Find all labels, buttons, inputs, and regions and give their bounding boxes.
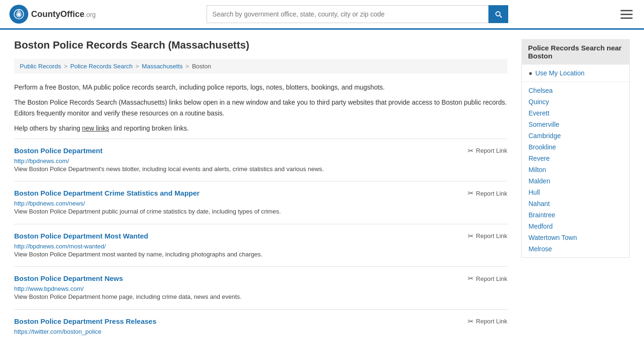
report-link-3[interactable]: ✖◯ Report Link <box>468 274 507 283</box>
result-entry: Boston Police Department Press Releases … <box>14 309 507 343</box>
nearby-city-link-12[interactable]: Medford <box>528 222 553 230</box>
search-button[interactable] <box>488 5 508 23</box>
result-title-2[interactable]: Boston Police Department Most Wanted <box>14 232 148 240</box>
nearby-city-link-3[interactable]: Somerville <box>528 121 559 128</box>
description-3: Help others by sharing new links and rep… <box>14 123 507 133</box>
logo-area: CountyOffice.org <box>9 5 96 24</box>
search-icon <box>494 10 503 18</box>
nearby-city-link-7[interactable]: Milton <box>528 166 546 173</box>
new-links-link[interactable]: new links <box>82 124 109 132</box>
menu-line <box>620 14 633 15</box>
nearby-city-link-0[interactable]: Chelsea <box>528 87 553 94</box>
result-entry: Boston Police Department Crime Statistic… <box>14 181 507 224</box>
report-label: Report Link <box>476 318 507 325</box>
nearby-city-link-9[interactable]: Hull <box>528 189 540 196</box>
sidebar-nearby-item: Braintree <box>522 209 629 221</box>
sidebar-nearby-item: Cambridge <box>522 130 629 141</box>
use-my-location-link[interactable]: Use My Location <box>535 69 584 77</box>
breadcrumb-sep: > <box>135 63 139 70</box>
result-entry: Boston Police Department News ✖◯ Report … <box>14 266 507 309</box>
report-label: Report Link <box>476 232 507 239</box>
sidebar-nearby-item: Hull <box>522 187 629 198</box>
result-url-3[interactable]: http://www.bpdnews.com/ <box>14 285 83 292</box>
sidebar-nearby-item: Quincy <box>522 96 629 107</box>
result-url-0[interactable]: http://bpdnews.com/ <box>14 157 69 165</box>
breadcrumb-current: Boston <box>192 63 211 70</box>
breadcrumb-sep: > <box>64 63 67 70</box>
nearby-city-link-10[interactable]: Nahant <box>528 200 550 207</box>
breadcrumb: Public Records > Police Records Search >… <box>14 59 507 74</box>
search-input[interactable] <box>206 5 488 23</box>
search-area <box>206 5 508 23</box>
sidebar-nearby-item: Milton <box>522 164 629 175</box>
main-container: Boston Police Records Search (Massachuse… <box>0 30 644 352</box>
report-link-4[interactable]: ✖◯ Report Link <box>468 317 507 326</box>
report-icon: ✖◯ <box>468 317 474 326</box>
nearby-city-link-13[interactable]: Watertown Town <box>528 234 577 241</box>
nearby-city-link-5[interactable]: Brookline <box>528 143 556 151</box>
result-url-4[interactable]: https://twitter.com/boston_police <box>14 328 101 335</box>
report-link-1[interactable]: ✖◯ Report Link <box>468 189 507 197</box>
logo-icon <box>9 5 28 24</box>
sidebar-nearby-item: Melrose <box>522 243 629 255</box>
svg-point-1 <box>17 13 20 16</box>
sidebar-header: Police Records Search near Boston <box>521 39 630 65</box>
result-title-3[interactable]: Boston Police Department News <box>14 274 123 282</box>
report-icon: ✖◯ <box>468 147 474 155</box>
nearby-city-link-14[interactable]: Melrose <box>528 245 552 253</box>
result-header: Boston Police Department Crime Statistic… <box>14 189 507 197</box>
sidebar-nearby-item: Somerville <box>522 119 629 130</box>
result-header: Boston Police Department Press Releases … <box>14 317 507 326</box>
nearby-city-link-4[interactable]: Cambridge <box>528 132 561 140</box>
breadcrumb-link-public-records[interactable]: Public Records <box>20 63 61 70</box>
use-my-location-row: ● Use My Location <box>522 65 629 82</box>
report-icon: ✖◯ <box>468 232 474 240</box>
result-desc-3: View Boston Police Department home page,… <box>14 292 507 302</box>
menu-line <box>620 17 633 19</box>
result-url-1[interactable]: http://bpdnews.com/news/ <box>14 200 85 207</box>
result-desc-1: View Boston Police Department public jou… <box>14 207 507 216</box>
report-label: Report Link <box>476 190 507 197</box>
sidebar-content: ● Use My Location ChelseaQuincyEverettSo… <box>521 65 630 258</box>
site-header: CountyOffice.org <box>0 0 644 30</box>
report-link-2[interactable]: ✖◯ Report Link <box>468 232 507 240</box>
result-title-1[interactable]: Boston Police Department Crime Statistic… <box>14 189 199 197</box>
report-label: Report Link <box>476 147 507 154</box>
sidebar-nearby-item: Nahant <box>522 198 629 209</box>
sidebar-nearby-item: Revere <box>522 153 629 164</box>
breadcrumb-link-massachusetts[interactable]: Massachusetts <box>142 63 183 70</box>
nearby-city-link-1[interactable]: Quincy <box>528 98 549 106</box>
nearby-city-link-2[interactable]: Everett <box>528 109 549 117</box>
logo-text: CountyOffice.org <box>31 9 96 19</box>
page-title: Boston Police Records Search (Massachuse… <box>14 39 507 51</box>
result-header: Boston Police Department News ✖◯ Report … <box>14 274 507 283</box>
result-url-2[interactable]: http://bpdnews.com/most-wanted/ <box>14 243 106 250</box>
result-entry: Boston Police Department ✖◯ Report Link … <box>14 139 507 181</box>
description-2: The Boston Police Records Search (Massac… <box>14 97 507 118</box>
result-entry: Boston Police Department Most Wanted ✖◯ … <box>14 224 507 267</box>
description-1: Perform a free Boston, MA public police … <box>14 82 507 92</box>
result-title-4[interactable]: Boston Police Department Press Releases <box>14 317 157 325</box>
results-list: Boston Police Department ✖◯ Report Link … <box>14 139 507 343</box>
nearby-list: ChelseaQuincyEverettSomervilleCambridgeB… <box>522 82 629 257</box>
report-link-0[interactable]: ✖◯ Report Link <box>468 147 507 155</box>
result-title-0[interactable]: Boston Police Department <box>14 147 103 155</box>
nearby-city-link-11[interactable]: Braintree <box>528 211 555 219</box>
sidebar-nearby-item: Malden <box>522 175 629 187</box>
sidebar-nearby-item: Brookline <box>522 141 629 153</box>
result-header: Boston Police Department Most Wanted ✖◯ … <box>14 232 507 240</box>
menu-button[interactable] <box>619 8 635 21</box>
sidebar-nearby-item: Medford <box>522 221 629 232</box>
content-area: Boston Police Records Search (Massachuse… <box>14 39 507 343</box>
sidebar-nearby-item: Watertown Town <box>522 232 629 243</box>
location-pin-icon: ● <box>528 69 532 77</box>
nearby-city-link-6[interactable]: Revere <box>528 155 550 162</box>
nearby-city-link-8[interactable]: Malden <box>528 177 550 185</box>
sidebar: Police Records Search near Boston ● Use … <box>521 39 630 343</box>
breadcrumb-link-police-records[interactable]: Police Records Search <box>70 63 132 70</box>
sidebar-nearby-item: Chelsea <box>522 85 629 96</box>
result-desc-2: View Boston Police Department most wante… <box>14 250 507 259</box>
breadcrumb-sep: > <box>186 63 190 70</box>
result-desc-0: View Boston Police Department's news blo… <box>14 165 507 174</box>
sidebar-nearby-item: Everett <box>522 107 629 119</box>
